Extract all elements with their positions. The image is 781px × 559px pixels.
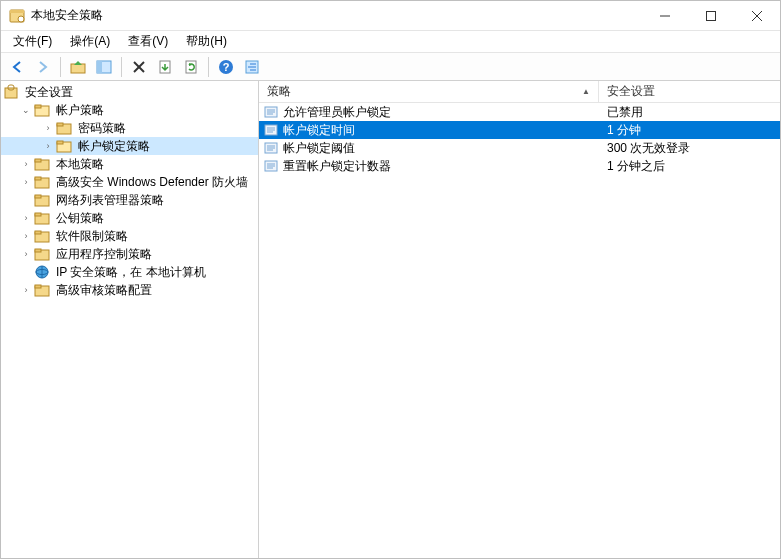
- help-button[interactable]: ?: [214, 55, 238, 79]
- policy-icon: [263, 122, 279, 138]
- folder-icon: [34, 246, 50, 262]
- svg-rect-20: [35, 105, 41, 108]
- tree-subitem-label: 密码策略: [76, 120, 128, 137]
- policy-name: 重置帐户锁定计数器: [283, 158, 391, 175]
- tree-pane: 安全设置 ⌄帐户策略›密码策略›帐户锁定策略›本地策略›高级安全 Windows…: [1, 81, 259, 558]
- folder-icon: [34, 102, 50, 118]
- tree-item[interactable]: ›公钥策略: [1, 209, 258, 227]
- chevron-right-icon[interactable]: ›: [41, 121, 55, 135]
- up-button[interactable]: [66, 55, 90, 79]
- chevron-right-icon[interactable]: ›: [19, 247, 33, 261]
- tree-item[interactable]: ›应用程序控制策略: [1, 245, 258, 263]
- list-row[interactable]: 重置帐户锁定计数器1 分钟之后: [259, 157, 780, 175]
- menubar: 文件(F) 操作(A) 查看(V) 帮助(H): [1, 31, 780, 53]
- folder-icon: [56, 138, 72, 154]
- svg-rect-7: [71, 64, 85, 73]
- menu-action[interactable]: 操作(A): [62, 31, 118, 52]
- export-button[interactable]: [153, 55, 177, 79]
- tree-item[interactable]: ›软件限制策略: [1, 227, 258, 245]
- refresh-button[interactable]: [179, 55, 203, 79]
- toolbar: ?: [1, 53, 780, 81]
- show-hide-tree-button[interactable]: [92, 55, 116, 79]
- column-header-value[interactable]: 安全设置: [599, 81, 780, 102]
- list-row[interactable]: 帐户锁定阈值300 次无效登录: [259, 139, 780, 157]
- tree-scroll[interactable]: 安全设置 ⌄帐户策略›密码策略›帐户锁定策略›本地策略›高级安全 Windows…: [1, 81, 258, 558]
- tree-root-label: 安全设置: [23, 84, 75, 101]
- forward-button[interactable]: [31, 55, 55, 79]
- svg-rect-36: [35, 249, 41, 252]
- folder-icon: [34, 156, 50, 172]
- menu-help[interactable]: 帮助(H): [178, 31, 235, 52]
- menu-file[interactable]: 文件(F): [5, 31, 60, 52]
- tree-item-label: 高级安全 Windows Defender 防火墙: [54, 174, 250, 191]
- policy-name: 帐户锁定时间: [283, 122, 355, 139]
- titlebar: 本地安全策略: [1, 1, 780, 31]
- delete-button[interactable]: [127, 55, 151, 79]
- tree-item-label: 帐户策略: [54, 102, 106, 119]
- list-body[interactable]: 允许管理员帐户锁定已禁用帐户锁定时间1 分钟帐户锁定阈值300 次无效登录重置帐…: [259, 103, 780, 558]
- column-header-policy-label: 策略: [267, 83, 291, 100]
- column-header-policy[interactable]: 策略 ▲: [259, 81, 599, 102]
- svg-point-2: [18, 16, 24, 22]
- policy-icon: [263, 140, 279, 156]
- tree-item-label: 网络列表管理器策略: [54, 192, 166, 209]
- chevron-right-icon[interactable]: ›: [41, 139, 55, 153]
- tree-item[interactable]: ›本地策略: [1, 155, 258, 173]
- list-pane: 策略 ▲ 安全设置 允许管理员帐户锁定已禁用帐户锁定时间1 分钟帐户锁定阈值30…: [259, 81, 780, 558]
- list-row[interactable]: 帐户锁定时间1 分钟: [259, 121, 780, 139]
- tree-item[interactable]: IP 安全策略，在 本地计算机: [1, 263, 258, 281]
- svg-rect-32: [35, 213, 41, 216]
- app-icon: [9, 8, 25, 24]
- tree-item[interactable]: ›高级审核策略配置: [1, 281, 258, 299]
- tree-root[interactable]: 安全设置: [1, 83, 258, 101]
- svg-rect-34: [35, 231, 41, 234]
- svg-rect-26: [35, 159, 41, 162]
- tree-item[interactable]: ›高级安全 Windows Defender 防火墙: [1, 173, 258, 191]
- chevron-right-icon[interactable]: ›: [19, 157, 33, 171]
- tree-item-label: 应用程序控制策略: [54, 246, 154, 263]
- svg-rect-30: [35, 195, 41, 198]
- properties-button[interactable]: [240, 55, 264, 79]
- svg-rect-22: [57, 123, 63, 126]
- svg-rect-1: [10, 10, 24, 13]
- chevron-right-icon[interactable]: ›: [19, 229, 33, 243]
- close-button[interactable]: [734, 1, 780, 31]
- svg-rect-9: [97, 61, 102, 73]
- svg-rect-41: [35, 285, 41, 288]
- back-button[interactable]: [5, 55, 29, 79]
- chevron-right-icon[interactable]: ›: [19, 283, 33, 297]
- svg-rect-4: [707, 11, 716, 20]
- globe-icon: [34, 264, 50, 280]
- column-header-value-label: 安全设置: [607, 83, 655, 100]
- policy-name: 帐户锁定阈值: [283, 140, 355, 157]
- sort-indicator-icon: ▲: [582, 87, 590, 96]
- tree-subitem[interactable]: ›密码策略: [1, 119, 258, 137]
- folder-icon: [34, 282, 50, 298]
- chevron-down-icon[interactable]: ⌄: [19, 103, 33, 117]
- chevron-right-icon: [19, 193, 33, 207]
- policy-value: 已禁用: [599, 104, 780, 121]
- tree-item-label: 本地策略: [54, 156, 106, 173]
- folder-icon: [34, 228, 50, 244]
- policy-name: 允许管理员帐户锁定: [283, 104, 391, 121]
- tree-subitem-label: 帐户锁定策略: [76, 138, 152, 155]
- folder-icon: [34, 174, 50, 190]
- folder-icon: [34, 192, 50, 208]
- svg-rect-24: [57, 141, 63, 144]
- tree-item-label: 公钥策略: [54, 210, 106, 227]
- tree-item[interactable]: ⌄帐户策略: [1, 101, 258, 119]
- folder-icon: [34, 210, 50, 226]
- chevron-right-icon[interactable]: ›: [19, 211, 33, 225]
- tree-subitem[interactable]: ›帐户锁定策略: [1, 137, 258, 155]
- policy-value: 300 次无效登录: [599, 140, 780, 157]
- tree-item[interactable]: 网络列表管理器策略: [1, 191, 258, 209]
- chevron-right-icon[interactable]: ›: [19, 175, 33, 189]
- svg-text:?: ?: [223, 61, 230, 73]
- maximize-button[interactable]: [688, 1, 734, 31]
- security-icon: [3, 84, 19, 100]
- menu-view[interactable]: 查看(V): [120, 31, 176, 52]
- policy-value: 1 分钟之后: [599, 158, 780, 175]
- list-row[interactable]: 允许管理员帐户锁定已禁用: [259, 103, 780, 121]
- svg-rect-28: [35, 177, 41, 180]
- minimize-button[interactable]: [642, 1, 688, 31]
